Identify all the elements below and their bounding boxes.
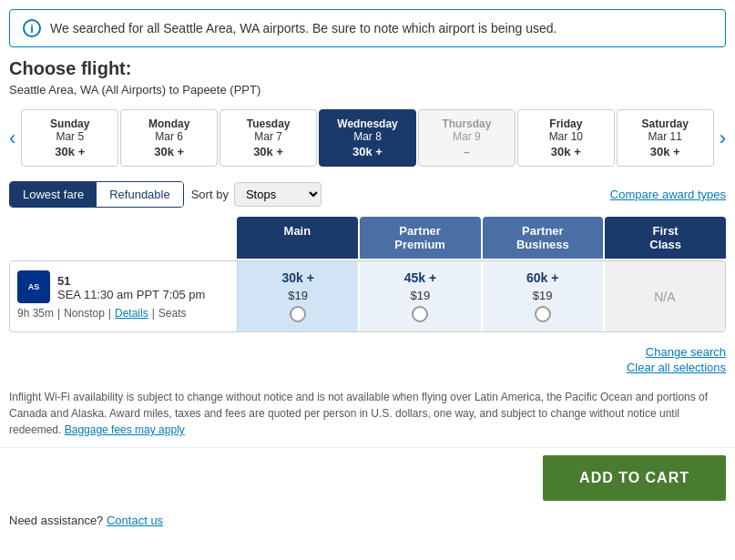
prev-date-button[interactable]: ‹ [4,127,21,150]
partner-business-tax: $19 [533,289,553,302]
date-cell-wed-mar8[interactable]: WednesdayMar 830k + [319,109,416,167]
filter-left: Lowest fare Refundable Sort by StopsPric… [9,181,322,208]
refundable-button[interactable]: Refundable [97,182,183,207]
page-title: Choose flight: [0,58,735,79]
info-banner-text: We searched for all Seattle Area, WA air… [50,21,556,36]
award-col-main[interactable]: Main [237,217,358,259]
main-tax: $19 [288,289,308,302]
disclaimer: Inflight Wi-Fi availability is subject t… [0,380,735,447]
need-assist: Need assistance? Contact us [0,508,735,533]
next-date-button[interactable]: › [714,127,731,150]
price-cell-main[interactable]: 30k + $19 [238,261,358,331]
award-col-partner-business[interactable]: Partner Business [483,217,604,259]
change-search-link[interactable]: Change search [9,345,726,359]
add-to-cart-button[interactable]: ADD TO CART [543,455,726,501]
info-icon: i [23,19,41,37]
date-cell-mon-mar6[interactable]: MondayMar 630k + [120,109,218,167]
award-headers: Main Partner Premium Partner Business Fi… [237,217,726,259]
main-radio[interactable] [290,306,306,322]
partner-premium-points: 45k + [404,270,436,285]
flight-details-link[interactable]: Details [115,307,148,320]
flight-top: AS 51 SEA 11:30 am PPT 7:05 pm [17,270,230,303]
sort-label: Sort by [191,188,229,201]
award-col-partner-premium[interactable]: Partner Premium [360,217,481,259]
lowest-fare-button[interactable]: Lowest fare [10,182,97,207]
flight-details-row: 9h 35m | Nonstop | Details | Seats [17,307,230,320]
clear-all-link[interactable]: Clear all selections [9,361,726,374]
flight-number: 51 [57,274,70,288]
search-links: Change search Clear all selections [0,341,735,380]
pricing-cells: 30k + $19 45k + $19 60k + $19 N/A [238,261,725,331]
flight-times: SEA 11:30 am PPT 7:05 pm [57,288,205,301]
partner-business-radio[interactable] [535,306,551,322]
sort-select[interactable]: StopsPriceDurationDeparture [234,182,322,207]
route-label: Seattle Area, WA (All Airports) to Papee… [0,83,735,97]
price-cell-partner-premium[interactable]: 45k + $19 [360,261,480,331]
price-cell-partner-business[interactable]: 60k + $19 [483,261,603,331]
date-cell-fri-mar10[interactable]: FridayMar 1030k + [517,109,615,167]
date-cell-tue-mar7[interactable]: TuesdayMar 730k + [219,109,317,167]
fare-toggle: Lowest fare Refundable [9,181,184,208]
date-cell-sat-mar11[interactable]: SaturdayMar 1130k + [617,109,714,167]
date-cell-sun-mar5[interactable]: SundayMar 530k + [21,109,118,167]
date-cell-thu-mar9[interactable]: ThursdayMar 9– [418,109,516,167]
sort-row: Sort by StopsPriceDurationDeparture [191,182,322,207]
baggage-fees-link[interactable]: Baggage fees may apply [65,423,185,436]
dates-row: SundayMar 530k +MondayMar 630k +TuesdayM… [21,109,713,167]
partner-premium-radio[interactable] [412,306,428,322]
contact-us-link[interactable]: Contact us [107,514,163,527]
award-col-first-class[interactable]: First Class [605,217,726,259]
partner-business-points: 60k + [526,270,558,285]
airline-logo: AS [17,270,50,303]
flight-row: AS 51 SEA 11:30 am PPT 7:05 pm 9h 35m | … [9,260,726,332]
flight-info: AS 51 SEA 11:30 am PPT 7:05 pm 9h 35m | … [10,261,238,331]
compare-award-types-link[interactable]: Compare award types [610,188,726,201]
filter-row: Lowest fare Refundable Sort by StopsPric… [0,181,735,208]
price-cell-first-class: N/A [605,261,725,331]
info-banner: i We searched for all Seattle Area, WA a… [9,9,726,47]
date-navigation: ‹ SundayMar 530k +MondayMar 630k +Tuesda… [0,109,735,167]
first-class-na: N/A [654,290,675,304]
main-points: 30k + [281,270,313,285]
results-section: Main Partner Premium Partner Business Fi… [0,217,735,332]
cart-section: ADD TO CART [0,447,735,508]
partner-premium-tax: $19 [411,289,431,302]
